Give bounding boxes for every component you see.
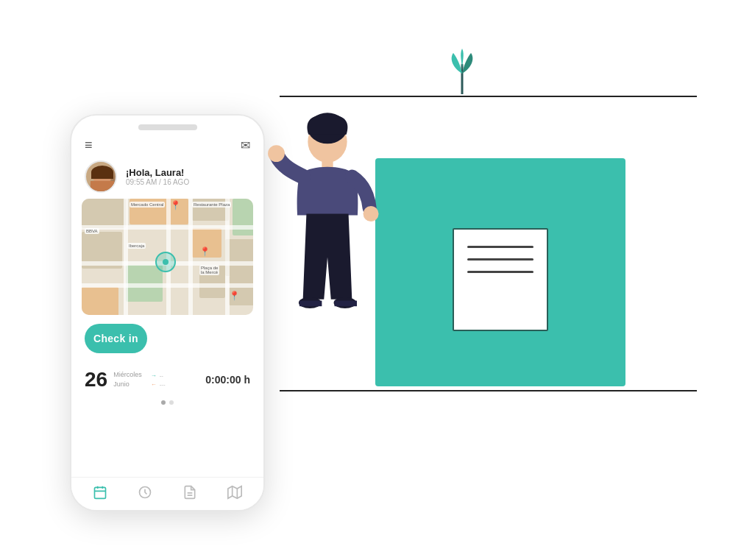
time-display: 0:00:00 h: [205, 374, 250, 386]
hamburger-icon[interactable]: ≡: [85, 138, 93, 153]
mini-pin-1: 📍: [170, 200, 181, 210]
map-grid: Mercado Central Restaurante Plaza BBVA I…: [82, 199, 253, 315]
teal-background-rect: [375, 158, 625, 386]
nav-map[interactable]: [227, 485, 242, 500]
svg-rect-1: [94, 487, 105, 498]
phone-mockup: ≡ ✉ ¡Hola, Laura! 09:55 AM / 16 AGO: [70, 114, 265, 511]
person-illustration: [254, 103, 401, 397]
map-block: [82, 199, 126, 228]
svg-marker-8: [228, 486, 241, 499]
arrow-out-dots: ---: [160, 381, 166, 388]
document-illustration: [453, 228, 548, 331]
nav-calendar[interactable]: [93, 485, 107, 500]
mini-pin-3: 📍: [229, 291, 240, 301]
map-label-ibercaja: Ibercaja: [127, 243, 146, 249]
arrow-in-dots: --: [160, 372, 163, 379]
avatar-hair: [91, 166, 113, 179]
map-label-bbva: BBVA: [85, 228, 99, 234]
phone-notch: [138, 124, 197, 130]
phone-header: ≡ ✉: [71, 130, 263, 157]
location-pin-dot: [163, 259, 169, 265]
nav-clock[interactable]: [138, 485, 152, 500]
map-road: [124, 199, 128, 315]
avatar: [85, 160, 117, 193]
page-dots: [71, 400, 263, 405]
line-top: [280, 96, 697, 97]
map-block: [82, 287, 118, 315]
plant-icon: [440, 43, 484, 94]
arrow-in-icon: →: [151, 372, 157, 379]
doc-line-3: [467, 271, 533, 273]
doc-line-1: [467, 246, 533, 248]
mini-pin-2: 📍: [199, 247, 210, 257]
arrow-in: → --: [151, 372, 166, 379]
bottom-navigation: [71, 477, 263, 510]
time-arrows: → -- ← ---: [151, 372, 166, 388]
dot-2: [169, 400, 174, 405]
date-time-row: 26 Miércoles Junio → -- ← --- 0:00:00 h: [71, 362, 263, 397]
checkin-button[interactable]: Check in: [85, 324, 147, 353]
svg-point-14: [268, 145, 285, 162]
map-label-restaurante: Restaurante Plaza: [192, 202, 231, 208]
greeting-timestamp: 09:55 AM / 16 AGO: [126, 178, 189, 186]
svg-point-15: [364, 206, 379, 221]
date-month: Junio: [113, 380, 142, 389]
map-road: [188, 199, 193, 315]
map-block: [233, 199, 253, 235]
date-text: Miércoles Junio: [113, 370, 142, 389]
date-number: 26: [85, 369, 107, 390]
map-label-mercado: Mercado Central: [130, 202, 165, 208]
greeting-text: ¡Hola, Laura! 09:55 AM / 16 AGO: [126, 167, 189, 186]
nav-document[interactable]: [182, 485, 197, 500]
doc-line-2: [467, 258, 533, 260]
arrow-out: ← ---: [151, 381, 166, 388]
map-area: Mercado Central Restaurante Plaza BBVA I…: [82, 199, 253, 315]
location-pin: [155, 252, 176, 272]
date-day: Miércoles: [113, 370, 142, 380]
greeting-name: ¡Hola, Laura!: [126, 167, 189, 178]
mail-icon[interactable]: ✉: [241, 138, 250, 152]
dot-1: [161, 400, 166, 405]
map-label-plaça: Plaça dela Mercè: [199, 265, 219, 275]
arrow-out-icon: ←: [151, 381, 157, 388]
user-section: ¡Hola, Laura! 09:55 AM / 16 AGO: [71, 157, 263, 199]
